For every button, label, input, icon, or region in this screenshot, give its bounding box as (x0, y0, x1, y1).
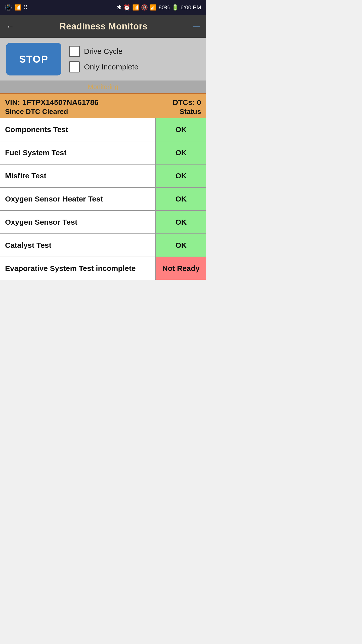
voicemail-icon: 📳 (5, 4, 12, 11)
wifi-call-icon: 📶 (14, 4, 21, 11)
monitor-name-cell: Fuel System Test (0, 141, 156, 164)
checkboxes-container: Drive Cycle Only Incomplete (69, 46, 139, 72)
signal-off-icon: 📵 (141, 4, 148, 11)
status-bar-left: 📳 📶 ⠿ (5, 4, 28, 11)
monitor-status-cell: OK (156, 234, 206, 257)
bottom-area (0, 280, 206, 295)
only-incomplete-checkbox[interactable] (69, 61, 80, 72)
minimize-button[interactable]: — (193, 22, 200, 30)
vin-header: VIN: 1FTPX14507NA61786 DTCs: 0 Since DTC… (0, 93, 206, 118)
since-dtc-text: Since DTC Cleared (5, 108, 68, 116)
back-button[interactable]: ← (6, 22, 14, 31)
status-column-label: Status (179, 108, 201, 116)
monitoring-label: Monitoring (88, 83, 118, 91)
table-row: Catalyst TestOK (0, 234, 206, 257)
table-row: Oxygen Sensor Heater TestOK (0, 188, 206, 211)
table-row: Fuel System TestOK (0, 141, 206, 165)
monitor-status-cell: OK (156, 118, 206, 141)
monitor-name-cell: Catalyst Test (0, 234, 156, 257)
monitor-status-cell: Not Ready (156, 257, 206, 280)
time-display: 6:00 PM (180, 4, 201, 11)
wifi-icon: 📶 (132, 4, 139, 11)
dtc-text: DTCs: 0 (173, 98, 201, 107)
monitor-status-cell: OK (156, 141, 206, 164)
monitor-status-cell: OK (156, 211, 206, 233)
table-row: Components TestOK (0, 118, 206, 141)
monitor-status-cell: OK (156, 188, 206, 210)
since-status-row: Since DTC Cleared Status (5, 108, 201, 116)
only-incomplete-label: Only Incomplete (84, 63, 139, 71)
table-row: Misfire TestOK (0, 165, 206, 188)
battery-percent: 80% (159, 4, 170, 11)
monitor-table: Components TestOKFuel System TestOKMisfi… (0, 118, 206, 280)
header: ← Readiness Monitors — (0, 15, 206, 38)
monitor-name-cell: Misfire Test (0, 165, 156, 187)
signal-icon: 📶 (150, 4, 157, 11)
vin-dtc-row: VIN: 1FTPX14507NA61786 DTCs: 0 (5, 98, 201, 107)
stop-button[interactable]: STOP (6, 43, 61, 75)
monitor-name-cell: Components Test (0, 118, 156, 141)
status-bar: 📳 📶 ⠿ ✱ ⏰ 📶 📵 📶 80% 🔋 6:00 PM (0, 0, 206, 15)
monitor-name-cell: Evaporative System Test incomplete (0, 257, 156, 280)
monitoring-status-bar: Monitoring (0, 80, 206, 93)
apps-icon: ⠿ (24, 4, 28, 11)
table-row: Evaporative System Test incompleteNot Re… (0, 257, 206, 280)
drive-cycle-checkbox[interactable] (69, 46, 80, 57)
only-incomplete-checkbox-row[interactable]: Only Incomplete (69, 61, 139, 72)
status-bar-right: ✱ ⏰ 📶 📵 📶 80% 🔋 6:00 PM (117, 4, 201, 11)
monitor-name-cell: Oxygen Sensor Heater Test (0, 188, 156, 210)
monitor-name-cell: Oxygen Sensor Test (0, 211, 156, 233)
page-title: Readiness Monitors (59, 21, 148, 32)
table-row: Oxygen Sensor TestOK (0, 211, 206, 234)
alarm-icon: ⏰ (123, 4, 130, 11)
controls-area: STOP Drive Cycle Only Incomplete (0, 38, 206, 80)
monitor-status-cell: OK (156, 165, 206, 187)
drive-cycle-label: Drive Cycle (84, 47, 122, 56)
bluetooth-icon: ✱ (117, 4, 121, 11)
drive-cycle-checkbox-row[interactable]: Drive Cycle (69, 46, 139, 57)
vin-text: VIN: 1FTPX14507NA61786 (5, 98, 99, 107)
battery-icon: 🔋 (172, 4, 178, 11)
